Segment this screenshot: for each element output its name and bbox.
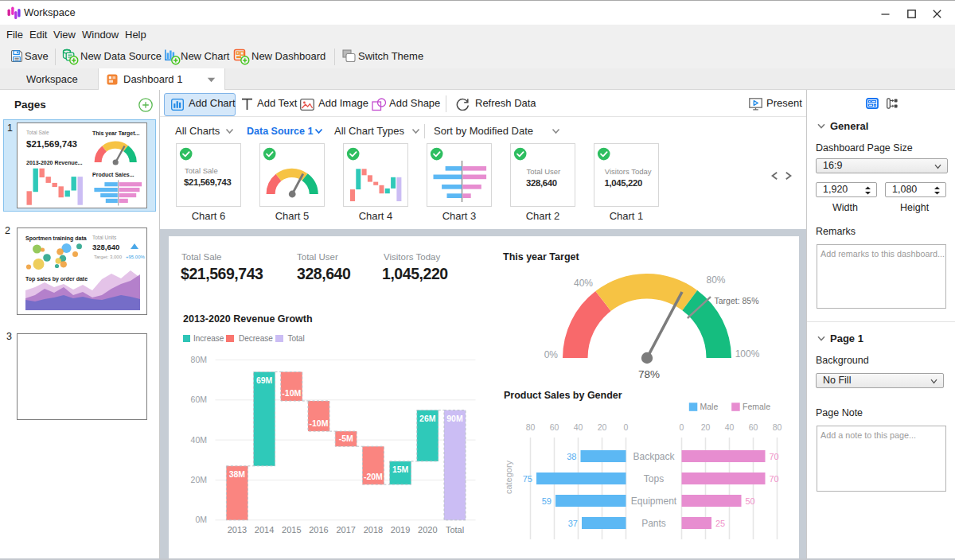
svg-text:328,640: 328,640 [526,178,557,188]
svg-text:Total Sale: Total Sale [26,130,49,135]
svg-text:38M: 38M [229,469,246,479]
svg-text:25: 25 [715,519,725,528]
svg-text:37: 37 [568,519,578,528]
svg-text:100%: 100% [735,348,760,360]
svg-text:328,640: 328,640 [92,243,119,251]
svg-text:Product Sales...: Product Sales... [92,172,134,177]
svg-text:80: 80 [526,422,536,432]
svg-text:0M: 0M [195,515,207,524]
svg-text:60: 60 [749,422,758,432]
svg-text:70: 70 [770,474,779,484]
svg-text:Total User: Total User [527,167,561,176]
svg-text:40%: 40% [574,278,593,289]
svg-text:2013: 2013 [228,525,247,535]
svg-text:1,045,220: 1,045,220 [605,178,643,188]
svg-text:2015: 2015 [282,525,301,535]
svg-text:Top sales by order date: Top sales by order date [25,276,88,282]
svg-text:Pants: Pants [641,518,666,529]
svg-text:2016: 2016 [309,525,328,535]
svg-text:80M: 80M [191,355,207,364]
svg-text:-10M: -10M [310,418,329,428]
svg-text:2020: 2020 [418,525,437,535]
svg-text:20: 20 [701,422,711,432]
svg-text:20: 20 [598,422,607,432]
svg-text:-10M: -10M [282,388,301,398]
svg-text:70: 70 [770,452,779,461]
svg-text:60: 60 [550,422,559,432]
svg-text:$21,569,743: $21,569,743 [184,177,232,187]
svg-text:2019: 2019 [391,525,410,535]
svg-text:0: 0 [624,422,629,432]
svg-text:90M: 90M [446,414,463,423]
svg-text:Female: Female [743,402,770,411]
svg-text:This year Target...: This year Target... [92,130,139,137]
svg-text:Tops: Tops [644,473,664,484]
svg-text:Total: Total [446,525,464,535]
svg-text:75: 75 [523,474,532,484]
svg-text:2017: 2017 [336,525,355,535]
svg-text:40M: 40M [191,435,207,445]
svg-text:40: 40 [725,422,735,432]
svg-text:Total Units: Total Units [92,235,117,240]
svg-text:38: 38 [567,452,576,461]
svg-text:Visitors Today: Visitors Today [605,167,652,176]
svg-text:50: 50 [746,496,755,506]
svg-text:category: category [504,460,513,494]
svg-text:Total Sale: Total Sale [185,166,218,175]
svg-text:40: 40 [574,422,583,432]
svg-text:60M: 60M [191,395,207,404]
svg-text:Backpack: Backpack [633,451,675,462]
svg-text:80: 80 [773,422,782,432]
svg-text:2013-2020 Revenue...: 2013-2020 Revenue... [26,160,82,165]
svg-text:69M: 69M [256,375,273,385]
svg-text:0: 0 [680,422,684,432]
svg-text:Target: 3,000: Target: 3,000 [94,255,123,259]
svg-text:Target: 85%: Target: 85% [715,296,759,305]
svg-text:Male: Male [700,402,719,411]
svg-text:15M: 15M [392,465,409,474]
svg-text:Sportmen training data: Sportmen training data [25,235,87,242]
svg-text:+95.00%: +95.00% [126,255,146,259]
svg-text:Equipment: Equipment [631,496,677,507]
svg-text:78%: 78% [638,368,660,380]
svg-text:26M: 26M [419,414,436,423]
svg-text:-5M: -5M [339,434,353,443]
svg-text:2018: 2018 [364,525,383,535]
svg-text:$21,569,743: $21,569,743 [26,139,77,149]
svg-text:20M: 20M [191,475,207,484]
svg-text:0%: 0% [544,349,559,360]
svg-text:2014: 2014 [255,525,274,535]
svg-text:-20M: -20M [364,472,383,481]
svg-text:59: 59 [542,496,552,506]
svg-text:80%: 80% [706,274,725,286]
